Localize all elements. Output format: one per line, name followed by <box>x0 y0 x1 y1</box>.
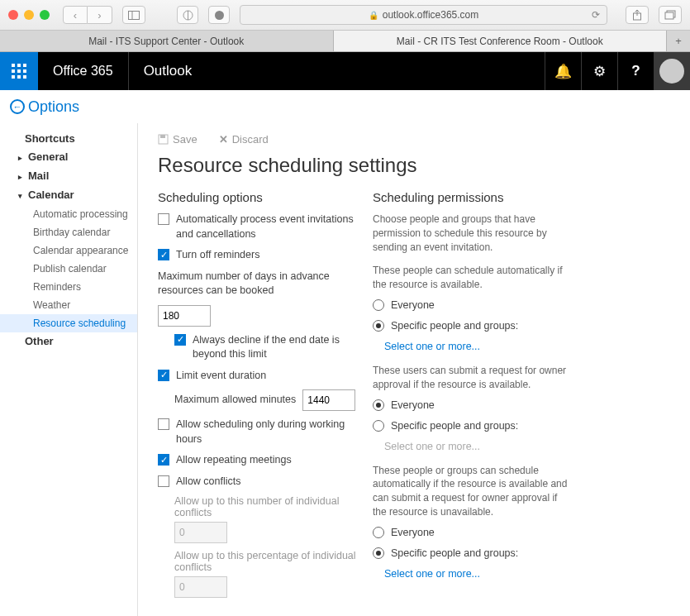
minimize-window-icon[interactable] <box>24 10 34 20</box>
approval-specific-radio[interactable] <box>373 420 384 432</box>
limit-duration-label: Limit event duration <box>176 369 356 384</box>
auto-everyone-radio[interactable] <box>373 299 384 311</box>
svg-rect-12 <box>23 69 26 73</box>
approval-everyone-radio[interactable] <box>373 399 384 411</box>
sidebar-sub-calendar-appearance[interactable]: Calendar appearance <box>0 241 137 260</box>
limit-duration-checkbox[interactable] <box>158 370 169 381</box>
back-button[interactable]: ‹ <box>63 6 88 24</box>
svg-rect-11 <box>17 69 21 73</box>
sidebar-sub-resource-scheduling[interactable]: Resource scheduling <box>0 314 137 332</box>
combo-select-people-link[interactable]: Select one or more... <box>373 568 571 580</box>
notifications-button[interactable]: 🔔 <box>545 52 581 90</box>
combo-everyone-radio[interactable] <box>373 527 384 538</box>
conflict-pct-label: Allow up to this percentage of individua… <box>174 550 356 573</box>
combo-specific-radio[interactable] <box>373 547 384 559</box>
auto-select-people-link[interactable]: Select one or more... <box>373 341 571 352</box>
scheduling-options-heading: Scheduling options <box>158 190 356 204</box>
save-button[interactable]: Save <box>158 133 197 146</box>
always-decline-checkbox[interactable] <box>174 334 186 346</box>
discard-icon: ✕ <box>219 133 228 146</box>
combo-label: These people or groups can schedule auto… <box>373 464 571 519</box>
sidebar-item-other[interactable]: Other <box>0 332 137 351</box>
suite-header: Office 365 Outlook 🔔 ⚙ ? <box>0 52 690 90</box>
discard-label: Discard <box>232 133 269 146</box>
tabs-button[interactable] <box>659 6 682 24</box>
conflict-count-label: Allow up to this number of individual co… <box>174 495 356 518</box>
auto-everyone-label: Everyone <box>391 298 571 313</box>
options-back[interactable]: ← Options <box>0 90 690 123</box>
auto-process-checkbox[interactable] <box>158 213 169 225</box>
approval-specific-label: Specific people and groups: <box>391 419 571 434</box>
auto-schedule-label: These people can schedule automatically … <box>373 264 571 292</box>
approval-label: These users can submit a request for own… <box>373 364 571 392</box>
app-launcher-button[interactable] <box>0 52 38 90</box>
svg-point-3 <box>215 11 224 20</box>
tab-label: Mail - ITS Support Center - Outlook <box>88 36 244 47</box>
auto-process-label: Automatically process event invitations … <box>176 212 356 241</box>
max-minutes-label: Maximum allowed minutes <box>174 393 296 408</box>
save-icon <box>158 134 169 145</box>
svg-rect-6 <box>665 12 673 19</box>
repeating-checkbox[interactable] <box>158 454 169 466</box>
discard-button[interactable]: ✕ Discard <box>219 133 269 146</box>
browser-tabs: Mail - ITS Support Center - Outlook Mail… <box>0 31 690 52</box>
auto-specific-radio[interactable] <box>373 320 384 332</box>
avatar-icon <box>659 59 684 84</box>
sidebar-item-mail[interactable]: Mail <box>0 167 137 186</box>
new-tab-button[interactable]: + <box>667 31 690 51</box>
forward-button[interactable]: › <box>88 6 112 24</box>
turn-off-reminders-checkbox[interactable] <box>158 249 169 260</box>
sidebar-sub-automatic-processing[interactable]: Automatic processing <box>0 205 137 223</box>
sidebar-sub-birthday-calendar[interactable]: Birthday calendar <box>0 223 137 241</box>
svg-rect-17 <box>160 135 165 138</box>
browser-tab-2[interactable]: Mail - CR ITS Test Conference Room - Out… <box>334 31 668 51</box>
sidebar-icon <box>128 11 140 20</box>
compass-button[interactable] <box>208 6 230 24</box>
sidebar-item-general[interactable]: General <box>0 148 137 167</box>
share-button[interactable] <box>626 6 649 24</box>
max-days-input[interactable] <box>158 305 211 327</box>
working-hours-label: Allow scheduling only during working hou… <box>176 418 356 446</box>
settings-button[interactable]: ⚙ <box>581 52 617 90</box>
account-button[interactable] <box>654 52 690 90</box>
combo-specific-label: Specific people and groups: <box>391 547 571 561</box>
sidebar-sub-weather[interactable]: Weather <box>0 296 137 314</box>
share-icon <box>632 9 642 21</box>
options-sidebar: Shortcuts General Mail Calendar Automati… <box>0 123 138 616</box>
conflicts-checkbox[interactable] <box>158 475 169 487</box>
reload-icon[interactable]: ⟳ <box>592 9 600 21</box>
working-hours-checkbox[interactable] <box>158 418 169 430</box>
page-title: Resource scheduling settings <box>158 154 675 177</box>
sidebar-item-shortcuts[interactable]: Shortcuts <box>0 130 137 148</box>
tab-label: Mail - CR ITS Test Conference Room - Out… <box>397 36 603 47</box>
tabs-icon <box>664 10 676 20</box>
turn-off-reminders-label: Turn off reminders <box>176 248 356 263</box>
sidebar-item-calendar[interactable]: Calendar <box>0 186 137 205</box>
window-controls[interactable] <box>8 10 50 20</box>
sidebar-toggle-button[interactable] <box>122 6 145 24</box>
svg-rect-13 <box>12 75 15 79</box>
app-title[interactable]: Outlook <box>129 63 207 79</box>
svg-rect-8 <box>17 64 21 67</box>
svg-rect-0 <box>129 11 140 19</box>
compass-icon <box>214 10 225 21</box>
browser-tab-1[interactable]: Mail - ITS Support Center - Outlook <box>0 31 334 51</box>
suite-title[interactable]: Office 365 <box>38 52 129 90</box>
help-button[interactable]: ? <box>617 52 654 90</box>
shield-icon <box>183 10 193 21</box>
svg-rect-7 <box>12 64 15 67</box>
auto-specific-label: Specific people and groups: <box>391 319 571 334</box>
max-minutes-input[interactable] <box>302 389 355 411</box>
shield-button[interactable] <box>177 6 198 24</box>
permissions-intro: Choose people and groups that have permi… <box>373 212 571 254</box>
address-bar[interactable]: 🔒 outlook.office365.com ⟳ <box>240 5 607 25</box>
close-window-icon[interactable] <box>8 10 18 20</box>
sidebar-sub-reminders[interactable]: Reminders <box>0 278 137 296</box>
back-arrow-icon: ← <box>10 99 25 114</box>
options-label: Options <box>28 98 79 116</box>
max-days-label: Maximum number of days in advance resour… <box>158 270 356 298</box>
conflict-count-input <box>174 522 227 543</box>
sidebar-sub-publish-calendar[interactable]: Publish calendar <box>0 260 137 278</box>
conflict-pct-input <box>174 576 227 598</box>
zoom-window-icon[interactable] <box>40 10 50 20</box>
